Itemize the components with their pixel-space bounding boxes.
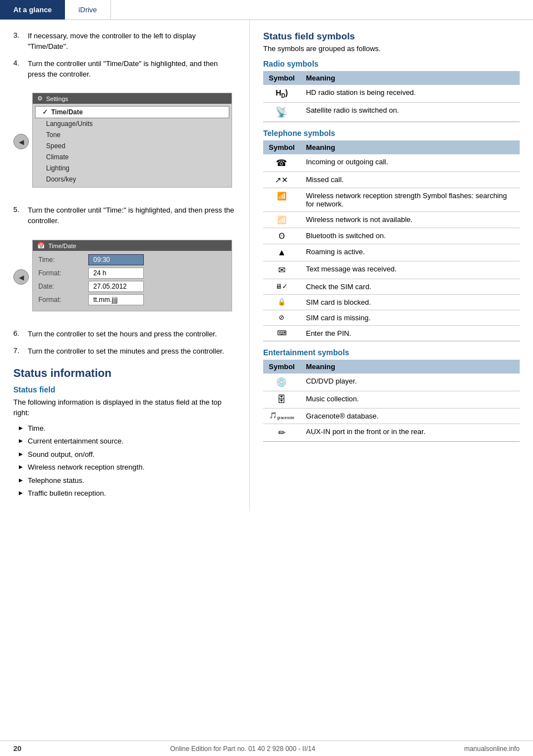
tel-row-text: ✉ Text message was received. bbox=[263, 261, 520, 279]
screen2-mockup: 📅 Time/Date Time: 09:30 Format: 24 h Dat… bbox=[32, 240, 232, 311]
ent-row-dvd: 💿 CD/DVD player. bbox=[263, 374, 520, 391]
step-6: 6. Turn the controller to set the hours … bbox=[13, 329, 236, 340]
screen1-mockup: ⚙ Settings ✓ Time/Date Language/Units To… bbox=[32, 93, 232, 188]
screen1-item-speed: Speed bbox=[33, 140, 232, 152]
symbols-intro: The symbols are grouped as follows. bbox=[263, 44, 520, 53]
watermark-text: manualsonline.info bbox=[464, 745, 520, 753]
time-label: Time: bbox=[38, 256, 88, 264]
status-field-symbols-title: Status field symbols bbox=[263, 31, 520, 42]
bluetooth-symbol: ʘ bbox=[263, 228, 300, 244]
calendar-icon: 📅 bbox=[37, 242, 45, 249]
ent-row-gracenote: 🎵gracenote Gracenote® database. bbox=[263, 408, 520, 424]
tel-row-call: ☎ Incoming or outgoing call. bbox=[263, 154, 520, 172]
sim-check-symbol: 🖥✓ bbox=[263, 279, 300, 294]
radio-symbols-heading: Radio symbols bbox=[263, 59, 520, 68]
tel-row-sim-blocked: 🔒 SIM card is blocked. bbox=[263, 294, 520, 310]
step-3-text: If necessary, move the controller to the… bbox=[28, 31, 236, 52]
step-7-num: 7. bbox=[13, 346, 24, 357]
step-7: 7. Turn the controller to set the minute… bbox=[13, 346, 236, 357]
screen2-nav-left: ◀ bbox=[13, 269, 29, 285]
music-meaning: Music collection. bbox=[300, 391, 520, 408]
telephone-symbols-heading: Telephone symbols bbox=[263, 129, 520, 138]
screen1-item-climate: Climate bbox=[33, 152, 232, 163]
screen2-titlebar: 📅 Time/Date bbox=[33, 240, 232, 251]
roaming-symbol: ▲ bbox=[263, 244, 300, 261]
text-meaning: Text message was received. bbox=[300, 261, 520, 279]
dvd-symbol: 💿 bbox=[263, 374, 300, 391]
screen2-row-date: Date: 27.05.2012 bbox=[38, 281, 226, 292]
tab-at-a-glance[interactable]: At a glance bbox=[0, 0, 65, 19]
format1-label: Format: bbox=[38, 269, 88, 277]
left-column: 3. If necessary, move the controller to … bbox=[0, 20, 250, 511]
entertainment-symbols-heading: Entertainment symbols bbox=[263, 348, 520, 357]
step-6-text: Turn the controller to set the hours and… bbox=[28, 329, 217, 340]
sim-blocked-symbol: 🔒 bbox=[263, 294, 300, 310]
wireless-symbol: 📶 bbox=[263, 188, 300, 211]
tel-row-missed: ↗✕ Missed call. bbox=[263, 172, 520, 188]
sim-check-meaning: Check the SIM card. bbox=[300, 279, 520, 294]
satellite-symbol: 📡 bbox=[263, 102, 300, 122]
pin-meaning: Enter the PIN. bbox=[300, 325, 520, 341]
time-value: 09:30 bbox=[88, 254, 144, 265]
tel-col-meaning: Meaning bbox=[300, 140, 520, 154]
page-content: 3. If necessary, move the controller to … bbox=[0, 20, 533, 511]
radio-row-satellite: 📡 Satellite radio is switched on. bbox=[263, 102, 520, 122]
screen1-item-language: Language/Units bbox=[33, 118, 232, 129]
step-6-num: 6. bbox=[13, 329, 24, 340]
tel-row-no-wireless: 📶 Wireless network is not available. bbox=[263, 211, 520, 228]
screen1-container: ◀ ⚙ Settings ✓ Time/Date Language/Units … bbox=[13, 86, 236, 196]
step-4-text: Turn the controller until "Time/Date" is… bbox=[28, 59, 236, 80]
roaming-meaning: Roaming is active. bbox=[300, 244, 520, 261]
tel-row-bluetooth: ʘ Bluetooth is switched on. bbox=[263, 228, 520, 244]
step-5-text: Turn the controller until "Time:" is hig… bbox=[28, 205, 236, 226]
bullet-entertainment: Current entertainment source. bbox=[19, 435, 236, 448]
copyright-text: Online Edition for Part no. 01 40 2 928 … bbox=[170, 745, 315, 753]
screen2-body: Time: 09:30 Format: 24 h Date: 27.05.201… bbox=[33, 251, 232, 311]
no-wireless-symbol: 📶 bbox=[263, 211, 300, 228]
hd-symbol: HD) bbox=[263, 85, 300, 102]
screen2-row-format1: Format: 24 h bbox=[38, 268, 226, 279]
step-3: 3. If necessary, move the controller to … bbox=[13, 31, 236, 52]
text-symbol: ✉ bbox=[263, 261, 300, 279]
date-label: Date: bbox=[38, 283, 88, 290]
screen2-row-format2: Format: tt.mm.jjjj bbox=[38, 294, 226, 305]
step-5: 5. Turn the controller until "Time:" is … bbox=[13, 205, 236, 226]
tel-row-wireless: 📶 Wireless network reception strength Sy… bbox=[263, 188, 520, 211]
nav-arrow-left: ◀ bbox=[13, 134, 29, 149]
status-info-title: Status information bbox=[13, 367, 236, 380]
telephone-symbols-table: Symbol Meaning ☎ Incoming or outgoing ca… bbox=[263, 140, 520, 341]
screen1-nav-left: ◀ bbox=[13, 134, 29, 149]
screen1-item-doors: Doors/key bbox=[33, 174, 232, 185]
aux-meaning: AUX-IN port in the front or in the rear. bbox=[300, 424, 520, 441]
tel-row-roaming: ▲ Roaming is active. bbox=[263, 244, 520, 261]
ent-row-aux: ✏ AUX-IN port in the front or in the rea… bbox=[263, 424, 520, 441]
radio-row-hd: HD) HD radio station is being received. bbox=[263, 85, 520, 102]
step-4-num: 4. bbox=[13, 59, 24, 80]
tel-row-sim-check: 🖥✓ Check the SIM card. bbox=[263, 279, 520, 294]
sim-missing-symbol: ⊘ bbox=[263, 310, 300, 325]
step-3-num: 3. bbox=[13, 31, 24, 52]
gracenote-meaning: Gracenote® database. bbox=[300, 408, 520, 424]
screen2-container: ◀ 📅 Time/Date Time: 09:30 Format: 24 h bbox=[13, 233, 236, 320]
radio-symbols-table: Symbol Meaning HD) HD radio station is b… bbox=[263, 71, 520, 122]
aux-symbol: ✏ bbox=[263, 424, 300, 441]
tab-idrive[interactable]: iDrive bbox=[65, 0, 110, 19]
date-value: 27.05.2012 bbox=[88, 281, 144, 292]
nav-arrow-left-2: ◀ bbox=[13, 269, 29, 285]
dvd-meaning: CD/DVD player. bbox=[300, 374, 520, 391]
bullet-traffic: Traffic bulletin reception. bbox=[19, 487, 236, 500]
wireless-meaning: Wireless network reception strength Symb… bbox=[300, 188, 520, 211]
status-field-intro: The following information is displayed i… bbox=[13, 397, 236, 419]
call-meaning: Incoming or outgoing call. bbox=[300, 154, 520, 172]
call-symbol: ☎ bbox=[263, 154, 300, 172]
settings-icon: ⚙ bbox=[37, 95, 43, 102]
page-footer: 20 Online Edition for Part no. 01 40 2 9… bbox=[0, 740, 533, 756]
tel-col-symbol: Symbol bbox=[263, 140, 300, 154]
ent-col-symbol: Symbol bbox=[263, 360, 300, 374]
right-column: Status field symbols The symbols are gro… bbox=[250, 20, 533, 511]
bullet-time: Time. bbox=[19, 422, 236, 435]
radio-col-symbol: Symbol bbox=[263, 71, 300, 85]
sim-missing-meaning: SIM card is missing. bbox=[300, 310, 520, 325]
page-header: At a glance iDrive bbox=[0, 0, 533, 20]
no-wireless-meaning: Wireless network is not available. bbox=[300, 211, 520, 228]
